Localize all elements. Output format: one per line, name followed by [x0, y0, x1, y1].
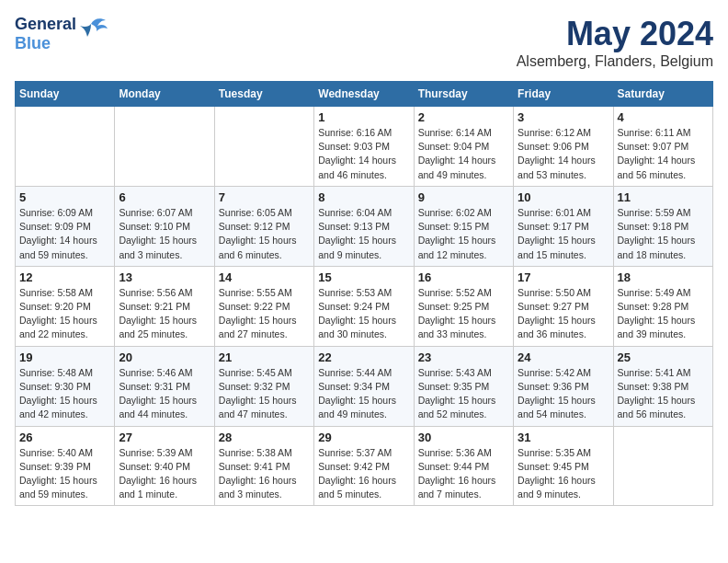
calendar-week-row: 1Sunrise: 6:16 AMSunset: 9:03 PMDaylight… — [16, 107, 713, 187]
calendar-cell: 4Sunrise: 6:11 AMSunset: 9:07 PMDaylight… — [613, 107, 712, 187]
day-info: Sunrise: 6:07 AMSunset: 9:10 PMDaylight:… — [119, 206, 210, 262]
day-number: 12 — [19, 270, 110, 284]
weekday-header-row: SundayMondayTuesdayWednesdayThursdayFrid… — [16, 82, 713, 107]
day-info: Sunrise: 5:46 AMSunset: 9:31 PMDaylight:… — [119, 366, 210, 422]
day-info: Sunrise: 5:49 AMSunset: 9:28 PMDaylight:… — [618, 286, 709, 342]
calendar-cell: 30Sunrise: 5:36 AMSunset: 9:44 PMDayligh… — [414, 426, 513, 506]
calendar-cell — [115, 107, 214, 187]
day-number: 1 — [318, 110, 409, 124]
day-number: 14 — [219, 270, 310, 284]
day-info: Sunrise: 5:44 AMSunset: 9:34 PMDaylight:… — [318, 366, 409, 422]
day-number: 22 — [318, 350, 409, 364]
calendar-cell: 7Sunrise: 6:05 AMSunset: 9:12 PMDaylight… — [214, 186, 313, 266]
day-info: Sunrise: 5:42 AMSunset: 9:36 PMDaylight:… — [518, 366, 609, 422]
calendar-cell: 5Sunrise: 6:09 AMSunset: 9:09 PMDaylight… — [16, 186, 115, 266]
calendar-week-row: 26Sunrise: 5:40 AMSunset: 9:39 PMDayligh… — [16, 426, 713, 506]
day-info: Sunrise: 6:05 AMSunset: 9:12 PMDaylight:… — [219, 206, 310, 262]
day-number: 9 — [418, 190, 509, 204]
calendar-cell: 17Sunrise: 5:50 AMSunset: 9:27 PMDayligh… — [514, 266, 613, 346]
calendar-cell: 3Sunrise: 6:12 AMSunset: 9:06 PMDaylight… — [514, 107, 613, 187]
calendar-cell: 29Sunrise: 5:37 AMSunset: 9:42 PMDayligh… — [314, 426, 414, 506]
day-info: Sunrise: 6:12 AMSunset: 9:06 PMDaylight:… — [518, 126, 609, 182]
location-subtitle: Alsemberg, Flanders, Belgium — [517, 53, 713, 70]
calendar-cell: 25Sunrise: 5:41 AMSunset: 9:38 PMDayligh… — [613, 346, 712, 426]
day-number: 24 — [518, 350, 609, 364]
day-info: Sunrise: 5:38 AMSunset: 9:41 PMDaylight:… — [219, 446, 310, 502]
day-info: Sunrise: 5:48 AMSunset: 9:30 PMDaylight:… — [19, 366, 110, 422]
day-number: 10 — [518, 190, 609, 204]
day-info: Sunrise: 5:55 AMSunset: 9:22 PMDaylight:… — [219, 286, 310, 342]
day-number: 19 — [19, 350, 110, 364]
calendar-cell: 19Sunrise: 5:48 AMSunset: 9:30 PMDayligh… — [16, 346, 115, 426]
day-info: Sunrise: 5:35 AMSunset: 9:45 PMDaylight:… — [518, 446, 609, 502]
calendar-cell: 2Sunrise: 6:14 AMSunset: 9:04 PMDaylight… — [414, 107, 513, 187]
day-number: 15 — [318, 270, 409, 284]
day-info: Sunrise: 6:04 AMSunset: 9:13 PMDaylight:… — [318, 206, 409, 262]
day-number: 13 — [119, 270, 210, 284]
day-number: 27 — [119, 431, 210, 444]
calendar-cell — [613, 426, 712, 506]
calendar-cell: 14Sunrise: 5:55 AMSunset: 9:22 PMDayligh… — [214, 266, 313, 346]
calendar-cell: 11Sunrise: 5:59 AMSunset: 9:18 PMDayligh… — [613, 186, 712, 266]
calendar-cell: 24Sunrise: 5:42 AMSunset: 9:36 PMDayligh… — [514, 346, 613, 426]
day-info: Sunrise: 6:01 AMSunset: 9:17 PMDaylight:… — [518, 206, 609, 262]
calendar-cell: 8Sunrise: 6:04 AMSunset: 9:13 PMDaylight… — [314, 186, 414, 266]
calendar-cell: 15Sunrise: 5:53 AMSunset: 9:24 PMDayligh… — [314, 266, 414, 346]
calendar-cell — [16, 107, 115, 187]
calendar-cell: 23Sunrise: 5:43 AMSunset: 9:35 PMDayligh… — [414, 346, 513, 426]
day-number: 16 — [418, 270, 509, 284]
day-info: Sunrise: 6:11 AMSunset: 9:07 PMDaylight:… — [618, 126, 709, 182]
page-header: General Blue May 2024 Alsemberg, Flander… — [15, 15, 713, 70]
day-info: Sunrise: 5:45 AMSunset: 9:32 PMDaylight:… — [219, 366, 310, 422]
logo: General Blue — [15, 15, 108, 52]
logo-general: General — [15, 15, 76, 34]
day-info: Sunrise: 5:39 AMSunset: 9:40 PMDaylight:… — [119, 446, 210, 502]
calendar-week-row: 12Sunrise: 5:58 AMSunset: 9:20 PMDayligh… — [16, 266, 713, 346]
day-number: 11 — [618, 190, 709, 204]
day-info: Sunrise: 5:37 AMSunset: 9:42 PMDaylight:… — [318, 446, 409, 502]
day-info: Sunrise: 5:52 AMSunset: 9:25 PMDaylight:… — [418, 286, 509, 342]
calendar-cell: 18Sunrise: 5:49 AMSunset: 9:28 PMDayligh… — [613, 266, 712, 346]
month-title: May 2024 — [517, 15, 713, 53]
day-number: 31 — [518, 431, 609, 444]
calendar-cell: 12Sunrise: 5:58 AMSunset: 9:20 PMDayligh… — [16, 266, 115, 346]
day-number: 30 — [418, 431, 509, 444]
calendar-cell: 28Sunrise: 5:38 AMSunset: 9:41 PMDayligh… — [214, 426, 313, 506]
weekday-header-sunday: Sunday — [16, 82, 115, 107]
calendar-cell: 16Sunrise: 5:52 AMSunset: 9:25 PMDayligh… — [414, 266, 513, 346]
calendar-cell: 10Sunrise: 6:01 AMSunset: 9:17 PMDayligh… — [514, 186, 613, 266]
day-number: 29 — [318, 431, 409, 444]
day-number: 2 — [418, 110, 509, 124]
day-number: 26 — [19, 431, 110, 444]
calendar-cell: 6Sunrise: 6:07 AMSunset: 9:10 PMDaylight… — [115, 186, 214, 266]
day-info: Sunrise: 5:41 AMSunset: 9:38 PMDaylight:… — [618, 366, 709, 422]
day-number: 8 — [318, 190, 409, 204]
day-number: 6 — [119, 190, 210, 204]
day-info: Sunrise: 6:14 AMSunset: 9:04 PMDaylight:… — [418, 126, 509, 182]
calendar-cell: 22Sunrise: 5:44 AMSunset: 9:34 PMDayligh… — [314, 346, 414, 426]
day-number: 18 — [618, 270, 709, 284]
weekday-header-tuesday: Tuesday — [214, 82, 313, 107]
weekday-header-saturday: Saturday — [613, 82, 712, 107]
calendar-cell: 31Sunrise: 5:35 AMSunset: 9:45 PMDayligh… — [514, 426, 613, 506]
calendar-cell: 13Sunrise: 5:56 AMSunset: 9:21 PMDayligh… — [115, 266, 214, 346]
weekday-header-thursday: Thursday — [414, 82, 513, 107]
day-info: Sunrise: 5:36 AMSunset: 9:44 PMDaylight:… — [418, 446, 509, 502]
calendar-week-row: 5Sunrise: 6:09 AMSunset: 9:09 PMDaylight… — [16, 186, 713, 266]
day-number: 7 — [219, 190, 310, 204]
day-number: 17 — [518, 270, 609, 284]
day-info: Sunrise: 5:53 AMSunset: 9:24 PMDaylight:… — [318, 286, 409, 342]
day-number: 3 — [518, 110, 609, 124]
day-info: Sunrise: 6:02 AMSunset: 9:15 PMDaylight:… — [418, 206, 509, 262]
day-number: 23 — [418, 350, 509, 364]
day-number: 21 — [219, 350, 310, 364]
day-number: 20 — [119, 350, 210, 364]
calendar-cell: 20Sunrise: 5:46 AMSunset: 9:31 PMDayligh… — [115, 346, 214, 426]
day-info: Sunrise: 6:09 AMSunset: 9:09 PMDaylight:… — [19, 206, 110, 262]
calendar-cell: 27Sunrise: 5:39 AMSunset: 9:40 PMDayligh… — [115, 426, 214, 506]
weekday-header-friday: Friday — [514, 82, 613, 107]
day-info: Sunrise: 5:43 AMSunset: 9:35 PMDaylight:… — [418, 366, 509, 422]
weekday-header-wednesday: Wednesday — [314, 82, 414, 107]
day-info: Sunrise: 5:59 AMSunset: 9:18 PMDaylight:… — [618, 206, 709, 262]
day-number: 4 — [618, 110, 709, 124]
